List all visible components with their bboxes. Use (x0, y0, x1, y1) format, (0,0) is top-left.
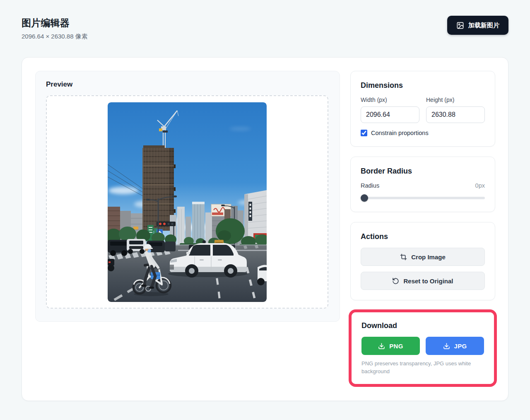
crop-label: Crop Image (411, 253, 446, 261)
radius-value: 0px (475, 182, 485, 189)
reset-label: Reset to Original (403, 278, 453, 285)
width-input[interactable] (361, 106, 419, 123)
crop-image-button[interactable]: Crop Image (361, 248, 485, 266)
download-title: Download (361, 321, 484, 330)
height-label: Height (px) (426, 97, 485, 103)
preview-title: Preview (46, 80, 329, 89)
image-dimensions-text: 2096.64 × 2630.88 像素 (22, 33, 88, 41)
preview-panel: Preview (35, 71, 340, 322)
download-highlight-annotation: Download PNG JPG (349, 309, 497, 387)
height-input[interactable] (426, 106, 485, 123)
download-panel: Download PNG JPG (352, 312, 494, 384)
load-button-label: 加载新图片 (468, 22, 499, 29)
radius-label: Radius (361, 182, 379, 189)
width-label: Width (px) (361, 97, 419, 103)
controls-sidebar: Dimensions Width (px) Height (px) Constr… (350, 71, 495, 387)
constrain-label: Constrain proportions (371, 130, 429, 136)
download-jpg-button[interactable]: JPG (426, 337, 484, 355)
actions-title: Actions (361, 232, 485, 241)
image-editor-app: 图片编辑器 2096.64 × 2630.88 像素 加载新图片 Preview (0, 0, 530, 420)
editor-card: Preview (22, 57, 508, 401)
preview-image (108, 102, 267, 302)
reset-to-original-button[interactable]: Reset to Original (361, 272, 485, 290)
constrain-checkbox[interactable] (361, 130, 367, 136)
radius-slider[interactable] (361, 194, 485, 202)
preview-canvas (46, 95, 328, 309)
crop-icon (400, 253, 407, 261)
dimensions-panel: Dimensions Width (px) Height (px) Constr… (350, 71, 495, 147)
dimensions-title: Dimensions (361, 81, 485, 90)
radius-slider-thumb[interactable] (361, 194, 368, 202)
jpg-label: JPG (454, 343, 467, 350)
download-icon (443, 343, 450, 350)
app-header: 图片编辑器 2096.64 × 2630.88 像素 (22, 17, 88, 41)
radius-slider-track[interactable] (361, 197, 485, 199)
actions-panel: Actions Crop Image Reset to Original (350, 222, 495, 300)
download-note: PNG preserves transparency, JPG uses whi… (361, 360, 484, 376)
load-new-image-button[interactable]: 加载新图片 (447, 16, 508, 35)
png-label: PNG (389, 343, 403, 350)
download-png-button[interactable]: PNG (361, 337, 420, 355)
image-icon (456, 22, 464, 29)
border-radius-title: Border Radius (361, 167, 485, 176)
download-icon (378, 343, 385, 350)
constrain-proportions-row[interactable]: Constrain proportions (361, 130, 485, 136)
rotate-ccw-icon (392, 278, 399, 285)
page-title: 图片编辑器 (22, 17, 88, 29)
border-radius-panel: Border Radius Radius 0px (350, 157, 495, 212)
